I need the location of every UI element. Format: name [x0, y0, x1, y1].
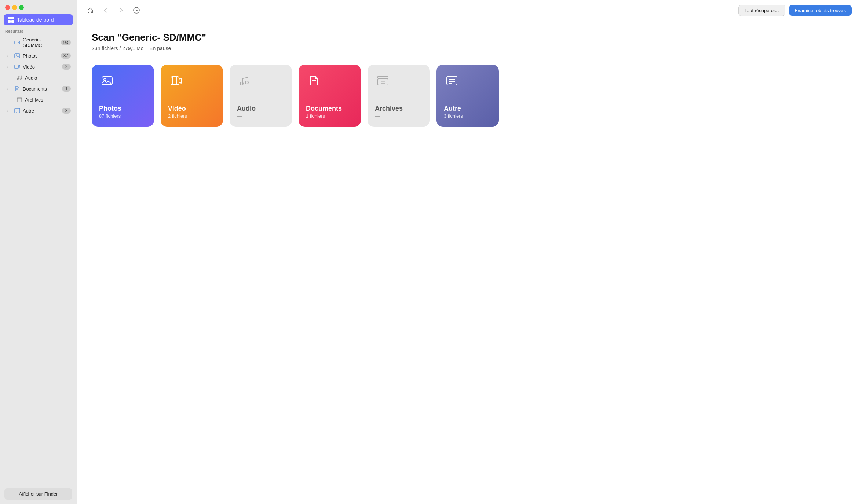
svg-rect-27 [378, 76, 388, 78]
video-icon [14, 63, 21, 70]
image-icon [99, 73, 115, 89]
doc-icon [306, 73, 322, 89]
svg-point-1 [18, 42, 19, 43]
sidebar-item-documents[interactable]: › Documents 1 [2, 84, 74, 94]
other-icon [14, 107, 21, 114]
card-bottom: Autre 3 fichiers [444, 105, 491, 119]
svg-point-3 [16, 55, 17, 56]
dashboard-label: Tableau de bord [17, 17, 54, 23]
sidebar-item-generic-sd[interactable]: Generic- SD/MMC 93 [2, 35, 74, 50]
results-section-label: Résultats [0, 29, 77, 35]
card-bottom: Vidéo 2 fichiers [168, 105, 216, 119]
other-icon [444, 73, 460, 89]
scan-subtitle: 234 fichiers / 279,1 Mo – En pause [92, 45, 844, 51]
archive-icon [16, 96, 23, 103]
svg-rect-10 [17, 99, 22, 102]
card-video[interactable]: Vidéo 2 fichiers [161, 65, 223, 127]
forward-button[interactable] [115, 4, 127, 16]
sidebar-item-badge: 3 [62, 108, 71, 114]
category-cards-grid: Photos 87 fichiers Vidéo 2 fichiers [92, 65, 844, 127]
card-count: 2 fichiers [168, 113, 216, 119]
play-button[interactable] [131, 4, 142, 16]
card-count: — [237, 113, 285, 119]
sidebar-item-archives[interactable]: Archives [2, 95, 74, 105]
scan-title: Scan "Generic- SD/MMC" [92, 32, 844, 43]
svg-point-18 [104, 78, 106, 81]
home-button[interactable] [84, 4, 96, 16]
card-count: 3 fichiers [444, 113, 491, 119]
sidebar-item-audio[interactable]: Audio [2, 73, 74, 83]
card-count: — [375, 113, 423, 119]
traffic-lights [0, 0, 77, 13]
chevron-icon: › [7, 65, 12, 69]
svg-rect-9 [17, 98, 22, 99]
recover-all-button[interactable]: Tout récupérer... [738, 5, 785, 16]
sidebar-bottom: Afficher sur Finder [0, 484, 77, 504]
chevron-icon: › [7, 54, 12, 58]
card-autre[interactable]: Autre 3 fichiers [436, 65, 499, 127]
sidebar-item-video[interactable]: › Vidéo 2 [2, 62, 74, 72]
sidebar-item-photos[interactable]: › Photos 87 [2, 51, 74, 61]
card-bottom: Photos 87 fichiers [99, 105, 147, 119]
svg-rect-2 [15, 54, 20, 58]
card-count: 87 fichiers [99, 113, 147, 119]
music-icon [237, 73, 253, 89]
sidebar-item-badge: 2 [62, 64, 71, 70]
show-in-finder-button[interactable]: Afficher sur Finder [4, 488, 72, 500]
card-name: Audio [237, 105, 285, 113]
chevron-icon: › [7, 109, 12, 113]
archive-icon [375, 73, 391, 89]
content-area: Scan "Generic- SD/MMC" 234 fichiers / 27… [77, 21, 859, 504]
svg-rect-21 [176, 77, 177, 85]
sidebar-item-badge: 93 [61, 40, 71, 45]
sidebar-item-label: Audio [25, 75, 71, 81]
svg-rect-19 [171, 77, 179, 85]
card-documents[interactable]: Documents 1 fichiers [299, 65, 361, 127]
svg-point-5 [18, 78, 19, 80]
maximize-button[interactable] [19, 5, 24, 10]
svg-rect-20 [172, 77, 173, 85]
sidebar-item-autre[interactable]: › Autre 3 [2, 106, 74, 116]
back-button[interactable] [100, 4, 112, 16]
card-bottom: Audio — [237, 105, 285, 119]
hdd-icon [14, 39, 21, 46]
sidebar-item-label: Vidéo [23, 64, 60, 70]
music-icon [16, 74, 23, 81]
card-name: Archives [375, 105, 423, 113]
main-panel: Tout récupérer... Examiner objets trouvé… [77, 0, 859, 504]
grid-icon [8, 17, 14, 23]
sidebar-item-label: Generic- SD/MMC [23, 37, 59, 48]
close-button[interactable] [5, 5, 10, 10]
card-archives[interactable]: Archives — [368, 65, 430, 127]
card-name: Vidéo [168, 105, 216, 113]
photo-icon [14, 52, 21, 59]
doc-icon [14, 85, 21, 92]
film-icon [168, 73, 184, 89]
sidebar: Tableau de bord Résultats Generic- SD/MM… [0, 0, 77, 504]
card-audio[interactable]: Audio — [230, 65, 292, 127]
card-photos[interactable]: Photos 87 fichiers [92, 65, 154, 127]
sidebar-item-badge: 87 [61, 53, 71, 59]
card-name: Autre [444, 105, 491, 113]
svg-rect-4 [15, 65, 18, 69]
sidebar-item-label: Autre [23, 108, 60, 114]
svg-point-6 [20, 78, 22, 80]
sidebar-item-label: Photos [23, 53, 59, 59]
card-name: Documents [306, 105, 354, 113]
sidebar-item-label: Documents [23, 86, 60, 92]
toolbar: Tout récupérer... Examiner objets trouvé… [77, 0, 859, 21]
card-bottom: Archives — [375, 105, 423, 119]
chevron-icon: › [7, 87, 12, 91]
sidebar-item-label: Archives [25, 97, 71, 103]
dashboard-button[interactable]: Tableau de bord [4, 14, 73, 25]
minimize-button[interactable] [12, 5, 17, 10]
card-name: Photos [99, 105, 147, 113]
card-bottom: Documents 1 fichiers [306, 105, 354, 119]
sidebar-item-badge: 1 [62, 86, 71, 92]
examine-button[interactable]: Examiner objets trouvés [789, 5, 852, 16]
card-count: 1 fichiers [306, 113, 354, 119]
